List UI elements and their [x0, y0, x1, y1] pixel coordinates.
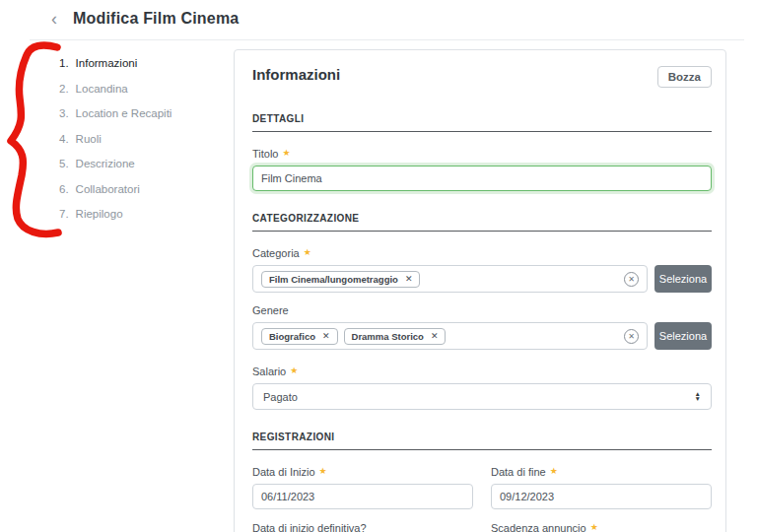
red-brace-annotation — [1, 41, 68, 240]
tag-remove-icon[interactable]: ✕ — [322, 331, 330, 341]
data-inizio-field: Data di Inizio ★ — [252, 466, 473, 509]
inizio-definitiva-label: Data di inizio definitiva? — [252, 522, 367, 532]
salario-selected-value: Pagato — [263, 391, 298, 403]
data-inizio-input[interactable] — [252, 484, 473, 509]
categoria-label: Categoria — [252, 247, 300, 259]
page-header: ‹ Modifica Film Cinema — [51, 10, 239, 28]
tag-label: Biografico — [269, 331, 315, 342]
step-number: 5. — [59, 158, 69, 169]
sidebar-item-descrizione[interactable]: 5. Descrizione — [59, 158, 172, 169]
step-label: Locandina — [76, 83, 128, 95]
step-number: 6. — [59, 183, 69, 195]
step-number: 7. — [59, 208, 69, 220]
step-label: Informazioni — [76, 57, 138, 69]
step-label: Ruoli — [76, 133, 102, 145]
clear-selection-icon[interactable]: ✕ — [624, 272, 639, 287]
required-star-icon: ★ — [550, 466, 558, 477]
section-registrazioni: REGISTRAZIONI — [252, 432, 712, 450]
back-chevron-icon[interactable]: ‹ — [51, 10, 57, 28]
genere-label: Genere — [252, 304, 289, 316]
step-label: Descrizione — [76, 158, 135, 169]
step-number: 3. — [59, 107, 69, 119]
step-label: Riepilogo — [76, 208, 123, 220]
step-number: 4. — [59, 133, 69, 145]
informazioni-panel: Informazioni Bozza DETTAGLI Titolo ★ CAT… — [234, 49, 726, 532]
tag-remove-icon[interactable]: ✕ — [431, 331, 439, 341]
genere-tag: Dramma Storico ✕ — [344, 328, 447, 345]
step-label: Location e Recapiti — [76, 107, 172, 119]
genere-seleziona-button[interactable]: Seleziona — [654, 322, 712, 350]
sidebar-item-locandina[interactable]: 2. Locandina — [59, 83, 172, 95]
step-number: 2. — [59, 83, 69, 95]
scadenza-field: Scadenza annuncio ★ — [491, 522, 712, 532]
tag-remove-icon[interactable]: ✕ — [405, 274, 413, 284]
tag-label: Film Cinema/lungometraggio — [269, 274, 398, 285]
data-fine-field: Data di fine ★ — [491, 466, 712, 509]
salario-select[interactable]: Pagato ▲ ▼ — [252, 383, 712, 410]
draft-status-button[interactable]: Bozza — [657, 66, 712, 88]
categoria-tag-field[interactable]: Film Cinema/lungometraggio ✕ ✕ — [252, 265, 648, 293]
data-inizio-label: Data di Inizio — [252, 466, 315, 478]
header-divider — [30, 39, 744, 40]
data-fine-label: Data di fine — [491, 466, 546, 478]
clear-selection-icon[interactable]: ✕ — [624, 329, 639, 344]
section-categorizzazione: CATEGORIZZAZIONE — [252, 213, 712, 232]
required-star-icon: ★ — [304, 247, 311, 258]
select-updown-icon: ▲ ▼ — [695, 392, 701, 400]
step-number: 1. — [59, 57, 69, 69]
sidebar-item-collaboratori[interactable]: 6. Collaboratori — [59, 183, 172, 195]
required-star-icon: ★ — [319, 466, 327, 477]
sidebar-item-location-recapiti[interactable]: 3. Location e Recapiti — [59, 107, 172, 119]
wizard-steps: 1. Informazioni 2. Locandina 3. Location… — [59, 57, 172, 233]
required-star-icon: ★ — [590, 522, 598, 532]
required-star-icon: ★ — [290, 366, 298, 376]
panel-title: Informazioni — [252, 66, 340, 83]
page-title: Modifica Film Cinema — [73, 10, 239, 28]
scadenza-label: Scadenza annuncio — [491, 522, 586, 532]
titolo-label: Titolo — [252, 148, 279, 160]
salario-label: Salario — [252, 366, 286, 377]
tag-label: Dramma Storico — [352, 331, 424, 342]
step-label: Collaboratori — [76, 183, 140, 195]
sidebar-item-informazioni[interactable]: 1. Informazioni — [59, 57, 172, 69]
section-dettagli: DETTAGLI — [252, 113, 712, 132]
genere-tag-field[interactable]: Biografico ✕ Dramma Storico ✕ ✕ — [252, 322, 648, 350]
categoria-tag: Film Cinema/lungometraggio ✕ — [261, 271, 420, 288]
titolo-input[interactable] — [252, 166, 712, 191]
sidebar-item-ruoli[interactable]: 4. Ruoli — [59, 133, 172, 145]
categoria-seleziona-button[interactable]: Seleziona — [654, 265, 712, 293]
inizio-definitiva-field: Data di inizio definitiva? NO — [252, 522, 473, 532]
required-star-icon: ★ — [283, 148, 291, 159]
data-fine-input[interactable] — [491, 484, 712, 509]
genere-tag: Biografico ✕ — [261, 328, 338, 345]
sidebar-item-riepilogo[interactable]: 7. Riepilogo — [59, 208, 172, 220]
